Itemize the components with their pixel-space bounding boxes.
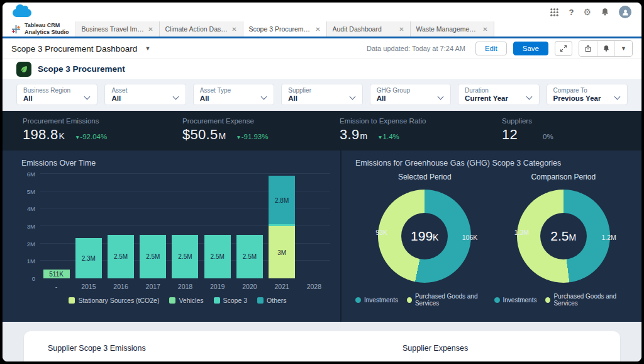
close-tab-icon[interactable]: ✕: [399, 26, 404, 33]
ghg-categories-panel: Emissions for Greenhouse Gas (GHG) Scope…: [341, 151, 641, 322]
tab-waste-management-dashboard[interactable]: Waste Management Dash... ✕: [411, 21, 494, 37]
leaf-icon: [16, 62, 31, 77]
bar-segment[interactable]: 2.3M: [75, 238, 102, 278]
donut-legend: Investments Purchased Goods and Services: [355, 293, 494, 307]
y-tick-label: 5M: [27, 188, 35, 195]
bar-segment[interactable]: 2.5M: [204, 235, 231, 278]
legend-item[interactable]: Scope 3: [214, 297, 248, 304]
legend-item[interactable]: Others: [257, 297, 287, 304]
filter-asset-type[interactable]: Asset Type All: [193, 84, 274, 105]
legend-swatch: [69, 297, 75, 304]
kpi-band: Procurement Emissions 198.8K ▼-92.04% Pr…: [3, 111, 641, 151]
close-tab-icon[interactable]: ✕: [231, 26, 236, 33]
bar-segment[interactable]: 3M: [269, 226, 295, 278]
dashboard-brand-row: Scope 3 Procurement: [3, 59, 641, 79]
global-top-bar: ? ⚙: [3, 3, 641, 21]
kpi-change: ▼1.4%: [377, 133, 399, 140]
filter-supplier[interactable]: Supplier All: [281, 84, 362, 105]
save-button[interactable]: Save: [513, 42, 548, 55]
bar-segment[interactable]: 2.8M: [269, 176, 295, 224]
notifications-bell-icon[interactable]: [601, 8, 609, 16]
app-window: ? ⚙ Tableau CRM Analytics Studio Busines…: [0, 0, 644, 364]
bar-value-label: 3M: [277, 249, 286, 256]
tab-business-travel-impact[interactable]: Business Travel Impact ✕: [76, 21, 160, 37]
bar-chart-plot: 511K2.3M2.5M2.5M2.5M2.5M2.5M3M2.8M: [40, 174, 330, 278]
bar-slot-2015: 2.3M: [72, 174, 104, 278]
bar-slot-2017: 2.5M: [137, 174, 169, 278]
x-tick-label: 2015: [72, 283, 104, 290]
y-tick-label: 1M: [27, 258, 35, 264]
app-title-line1: Tableau CRM: [25, 22, 69, 29]
filter-bar: Business Region All Asset All Asset Type…: [3, 79, 641, 111]
y-tick-label: 6M: [27, 171, 35, 178]
share-button[interactable]: [579, 41, 597, 56]
bottom-band: Supplier Scope 3 Emissions Supplier Expe…: [3, 322, 641, 364]
comparison-period-donut-column: Comparison Period 2.5M 1.3M 1.2M Investm…: [494, 173, 633, 307]
bar-slot--: 511K: [40, 174, 72, 278]
help-icon[interactable]: ?: [569, 8, 574, 17]
filter-business-region[interactable]: Business Region All: [16, 84, 97, 105]
legend-swatch: [169, 297, 175, 304]
charts-band: Emissions Over Time 6M5M4M3M2M1M0 511K2.…: [3, 151, 641, 322]
kpi-suppliers: Suppliers 12 0%: [482, 111, 641, 151]
close-tab-icon[interactable]: ✕: [482, 26, 487, 33]
subscribe-bell-button[interactable]: [597, 41, 614, 56]
bar-segment[interactable]: 2.5M: [108, 235, 134, 278]
bar-segment[interactable]: 2.5M: [140, 235, 166, 278]
donut-legend: Investments Purchased Goods and Services: [494, 293, 633, 307]
kpi-change: ▼-92.04%: [75, 133, 107, 140]
tab-scope3-procurement-dashboard[interactable]: Scope 3 Procurement Das... ✕: [243, 21, 327, 37]
filter-asset[interactable]: Asset All: [104, 84, 186, 105]
bar-segment[interactable]: 2.5M: [172, 235, 198, 278]
kpi-value: 198.8: [23, 127, 58, 143]
chart-title: Emissions Over Time: [21, 159, 334, 168]
legend-item[interactable]: Vehicles: [169, 297, 203, 304]
settings-gear-icon[interactable]: ⚙: [583, 8, 591, 16]
tab-climate-action-dashboard[interactable]: Climate Action Dashboard ✕: [160, 21, 243, 37]
donut-center-value: 199: [411, 229, 433, 244]
close-tab-icon[interactable]: ✕: [315, 26, 320, 33]
x-tick-label: 2018: [169, 283, 201, 290]
bar-segment[interactable]: [269, 224, 295, 226]
y-tick-label: 3M: [27, 223, 35, 230]
app-launcher-grid-icon[interactable]: [550, 8, 559, 17]
legend-dot: [545, 297, 550, 303]
bar-slot-2019: 2.5M: [201, 174, 233, 278]
legend-dot: [494, 297, 500, 303]
filter-compare-to[interactable]: Compare To Previous Year: [547, 84, 628, 105]
kpi-procurement-expense: Procurement Expense $50.5M ▼-91.93%: [162, 111, 322, 151]
bar-chart-x-axis: -20152016201720182019202020212028: [40, 283, 330, 290]
filter-duration[interactable]: Duration Current Year: [458, 84, 539, 105]
bar-value-label: 2.5M: [114, 253, 128, 260]
edit-button[interactable]: Edit: [475, 42, 507, 55]
bar-segment[interactable]: 2.5M: [236, 235, 263, 278]
dashboard-title: Scope 3 Procurement: [38, 64, 125, 74]
close-tab-icon[interactable]: ✕: [148, 26, 153, 33]
legend-item[interactable]: Stationary Sources (tCO2e): [69, 297, 159, 304]
legend-swatch: [257, 297, 264, 304]
slice-label: 106K: [462, 234, 478, 241]
filter-ghg-group[interactable]: GHG Group All: [370, 84, 451, 105]
chevron-down-icon: [84, 94, 91, 100]
y-tick-label: 0: [32, 275, 35, 282]
bar-segment[interactable]: 511K: [43, 270, 70, 278]
legend-dot: [355, 297, 361, 303]
salesforce-cloud-logo-icon[interactable]: [13, 9, 31, 17]
analytics-studio-home[interactable]: Tableau CRM Analytics Studio: [3, 21, 76, 37]
user-avatar[interactable]: [619, 6, 631, 18]
more-actions-dropdown[interactable]: ▼: [614, 41, 632, 56]
bar-value-label: 2.5M: [146, 253, 160, 260]
slice-label: 1.3M: [514, 229, 529, 236]
tab-audit-dashboard[interactable]: Audit Dashboard ✕: [327, 21, 411, 37]
slice-label: 1.2M: [601, 234, 616, 241]
supplier-charts-card: Supplier Scope 3 Emissions Supplier Expe…: [24, 331, 620, 364]
x-tick-label: 2019: [201, 283, 233, 290]
donut-subtitle: Selected Period: [398, 173, 452, 181]
kpi-value: 12: [502, 127, 518, 143]
title-dropdown-caret-icon[interactable]: ▼: [145, 45, 150, 52]
bar-chart-y-axis: 6M5M4M3M2M1M0: [21, 174, 40, 278]
donut-subtitle: Comparison Period: [531, 173, 596, 181]
tab-strip: Tableau CRM Analytics Studio Business Tr…: [3, 21, 641, 38]
chart-title: Emissions for Greenhouse Gas (GHG) Scope…: [355, 159, 633, 168]
expand-button[interactable]: [555, 41, 572, 56]
